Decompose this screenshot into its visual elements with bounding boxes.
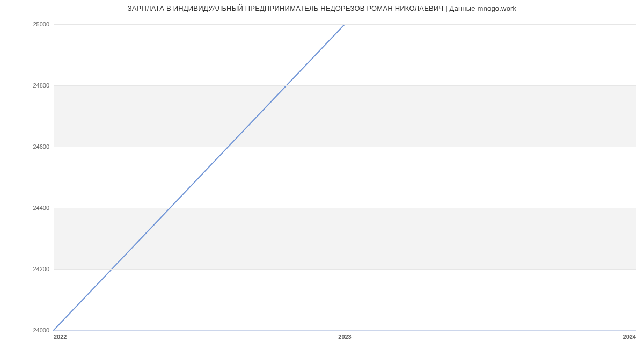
y-tick-label: 24400	[33, 205, 49, 211]
y-tick-label: 24600	[33, 143, 49, 150]
series-line	[54, 24, 636, 330]
y-gridline	[54, 24, 636, 25]
y-tick-label: 24200	[33, 266, 49, 272]
chart-title: ЗАРПЛАТА В ИНДИВИДУАЛЬНЫЙ ПРЕДПРИНИМАТЕЛ…	[0, 4, 644, 12]
y-gridline	[54, 85, 636, 86]
line-layer	[54, 24, 636, 330]
x-axis-line	[54, 330, 636, 331]
y-tick-label: 24800	[33, 82, 49, 89]
salary-line-chart: ЗАРПЛАТА В ИНДИВИДУАЛЬНЫЙ ПРЕДПРИНИМАТЕЛ…	[0, 0, 644, 349]
x-tick-label: 2022	[54, 333, 67, 340]
y-tick-label: 25000	[33, 21, 49, 27]
x-tick-label: 2024	[623, 333, 636, 340]
y-gridline	[54, 208, 636, 208]
y-gridline	[54, 269, 636, 270]
y-gridline	[54, 147, 636, 147]
x-tick-label: 2023	[338, 333, 351, 340]
y-tick-label: 24000	[33, 327, 49, 333]
plot-area: 2400024200244002460024800250002022202320…	[54, 24, 636, 330]
